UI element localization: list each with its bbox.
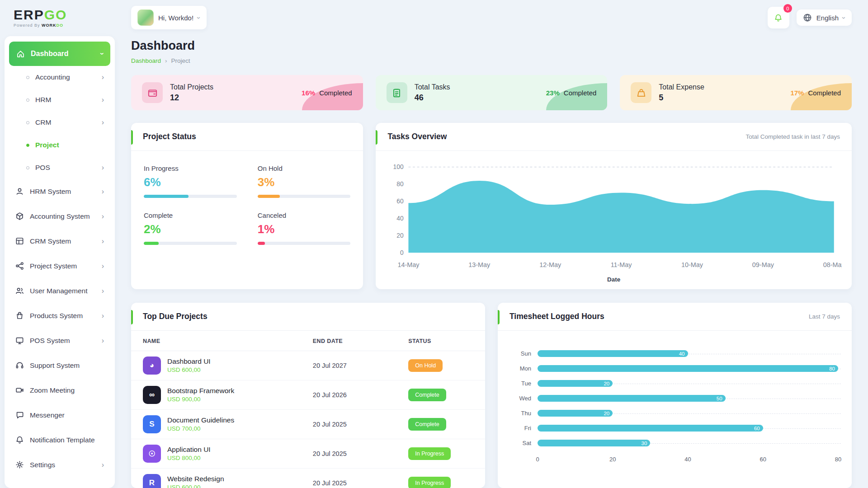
clipboard-icon xyxy=(387,82,407,103)
stat-completed-label: Completed xyxy=(319,89,352,97)
progress-track xyxy=(144,242,237,245)
user-icon xyxy=(15,187,24,196)
axis-tick-label: 0 xyxy=(536,456,539,463)
language-selector[interactable]: English › xyxy=(797,9,852,26)
timesheet-title: Timesheet Logged Hours xyxy=(509,312,604,321)
svg-text:80: 80 xyxy=(397,181,404,188)
status-item-value: 6% xyxy=(144,175,237,189)
project-end-date: 20 Jul 2025 xyxy=(313,421,347,428)
stat-card-total-expense: Total Expense517%Completed xyxy=(620,75,852,110)
project-end-date: 20 Jul 2027 xyxy=(313,362,347,369)
bar-value-label: 50 xyxy=(717,396,722,401)
bar-fill: 20 xyxy=(538,410,613,417)
stat-completed: 17%Completed xyxy=(790,89,841,97)
sidebar-item-label: Messenger xyxy=(30,411,65,419)
bar-track: 80 xyxy=(538,365,838,372)
column-header-name: NAME xyxy=(131,331,301,351)
bar-value-label: 40 xyxy=(679,351,685,357)
sidebar-item-accounting[interactable]: Accounting› xyxy=(9,66,110,89)
status-badge: Complete xyxy=(408,418,446,431)
sidebar-item-project[interactable]: Project xyxy=(9,134,110,156)
bar-track: 30 xyxy=(538,440,838,446)
progress-track xyxy=(144,195,237,198)
table-row-bootstrap-framework[interactable]: ∞Bootstrap FrameworkUSD 900,0020 Jul 202… xyxy=(131,380,485,410)
progress-track xyxy=(258,195,351,198)
sidebar-item-settings[interactable]: Settings› xyxy=(9,452,110,477)
user-menu-button[interactable]: Hi, Workdo! › xyxy=(131,6,207,29)
chevron-down-icon: › xyxy=(98,52,105,55)
table-row-document-guidelines[interactable]: SDocument GuidelinesUSD 700,0020 Jul 202… xyxy=(131,410,485,439)
sidebar-item-dashboard[interactable]: Dashboard› xyxy=(9,42,110,66)
chevron-right-icon: › xyxy=(102,337,104,344)
home-icon xyxy=(16,50,25,58)
chevron-right-icon: › xyxy=(102,287,104,295)
bar-fill: 30 xyxy=(538,440,650,446)
video-icon xyxy=(15,386,24,394)
card-decoration xyxy=(791,83,852,110)
breadcrumb-dashboard-link[interactable]: Dashboard xyxy=(131,57,161,64)
project-status-title: Project Status xyxy=(143,132,196,141)
project-name[interactable]: Bootstrap Framework xyxy=(167,387,234,395)
breadcrumb-current: Project xyxy=(171,57,190,64)
bar-row-sat: Sat30 xyxy=(509,436,838,450)
bar-row-sun: Sun40 xyxy=(509,346,838,361)
project-name[interactable]: Document Guidelines xyxy=(167,416,234,424)
project-name[interactable]: Dashboard UI xyxy=(167,357,211,366)
stat-card-total-projects: Total Projects1216%Completed xyxy=(131,75,363,110)
sidebar-item-hrm-system[interactable]: HRM System› xyxy=(9,179,110,204)
sidebar-item-accounting-system[interactable]: Accounting System› xyxy=(9,204,110,229)
bar-row-fri: Fri60 xyxy=(509,421,838,436)
table-row-website-redesign[interactable]: RWebsite RedesignUSD 600,0020 Jul 2025In… xyxy=(131,469,485,488)
sidebar-item-user-management[interactable]: User Management› xyxy=(9,278,110,303)
bullet-icon xyxy=(26,121,29,124)
bar-row-tue: Tue20 xyxy=(509,376,838,391)
stat-label: Total Projects xyxy=(170,83,213,91)
sidebar-item-label: Support System xyxy=(30,361,80,370)
sidebar-item-label: HRM xyxy=(35,96,51,104)
sidebar-item-pos[interactable]: POS› xyxy=(9,156,110,179)
progress-track xyxy=(258,242,351,245)
bullet-icon xyxy=(26,99,29,102)
sidebar-item-zoom-meeting[interactable]: Zoom Meeting xyxy=(9,378,110,403)
stat-value: 12 xyxy=(170,93,213,103)
notification-badge: 0 xyxy=(783,4,792,13)
bar-track: 50 xyxy=(538,395,838,402)
sidebar-item-crm[interactable]: CRM› xyxy=(9,111,110,134)
sidebar-item-messenger[interactable]: Messenger xyxy=(9,403,110,427)
svg-text:09-May: 09-May xyxy=(752,261,774,268)
brand-logo[interactable]: ERPGO Powered By WORKDO xyxy=(0,0,119,35)
project-logo: R xyxy=(143,474,161,488)
project-logo: ◕ xyxy=(143,357,161,375)
table-row-dashboard-ui[interactable]: ◕Dashboard UIUSD 600,0020 Jul 2027On Hol… xyxy=(131,351,485,380)
sidebar-item-notification-template[interactable]: Notification Template xyxy=(9,427,110,452)
project-name[interactable]: Application UI xyxy=(167,446,211,454)
bullet-icon xyxy=(26,166,29,169)
bar-track: 40 xyxy=(538,350,838,357)
column-header-status: STATUS xyxy=(396,331,485,351)
bar-value-label: 60 xyxy=(754,426,760,431)
svg-text:08-May: 08-May xyxy=(823,261,842,268)
sidebar-item-support-system[interactable]: Support System xyxy=(9,353,110,378)
bar-value-label: 20 xyxy=(604,381,609,386)
sidebar-item-hrm[interactable]: HRM› xyxy=(9,89,110,111)
sidebar-item-products-system[interactable]: Products System› xyxy=(9,303,110,328)
topbar: Hi, Workdo! › 0 English › xyxy=(131,0,852,35)
status-item-on-hold: On Hold3% xyxy=(258,164,351,198)
sidebar-item-project-system[interactable]: Project System› xyxy=(9,253,110,278)
sidebar-item-label: CRM xyxy=(35,118,51,127)
bar-category-label: Tue xyxy=(509,380,531,387)
table-row-application-ui[interactable]: ☉Application UIUSD 800,0020 Jul 2025In P… xyxy=(131,439,485,469)
notifications-button[interactable]: 0 xyxy=(768,7,789,28)
bar-category-label: Mon xyxy=(509,365,531,372)
project-name[interactable]: Website Redesign xyxy=(167,475,224,483)
page-title: Dashboard xyxy=(131,39,852,53)
status-item-label: On Hold xyxy=(258,164,283,172)
sidebar-item-pos-system[interactable]: POS System› xyxy=(9,328,110,353)
chevron-down-icon: › xyxy=(195,17,203,19)
tasks-overview-card: Tasks Overview Total Completed task in l… xyxy=(376,123,852,289)
project-status-grid: In Progress6%On Hold3%Complete2%Canceled… xyxy=(131,151,363,258)
sidebar-item-crm-system[interactable]: CRM System› xyxy=(9,229,110,253)
project-end-date: 20 Jul 2026 xyxy=(313,391,347,399)
status-badge: On Hold xyxy=(408,359,443,372)
sidebar-item-label: Accounting xyxy=(35,73,70,81)
